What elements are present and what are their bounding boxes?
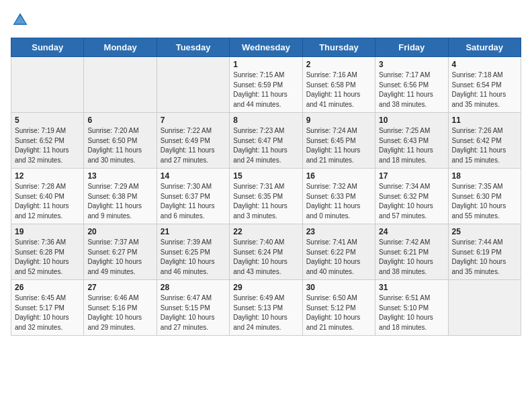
day-number: 25 bbox=[452, 227, 517, 236]
calendar-cell: 8Sunrise: 7:23 AM Sunset: 6:47 PM Daylig… bbox=[230, 113, 302, 169]
calendar-cell: 12Sunrise: 7:28 AM Sunset: 6:40 PM Dayli… bbox=[11, 169, 84, 224]
day-number: 13 bbox=[87, 171, 152, 181]
calendar-cell: 5Sunrise: 7:19 AM Sunset: 6:52 PM Daylig… bbox=[11, 113, 84, 169]
day-header-monday: Monday bbox=[84, 38, 157, 57]
day-number: 20 bbox=[87, 227, 152, 236]
week-row-3: 12Sunrise: 7:28 AM Sunset: 6:40 PM Dayli… bbox=[11, 169, 521, 224]
day-info: Sunrise: 7:25 AM Sunset: 6:43 PM Dayligh… bbox=[379, 126, 444, 165]
calendar-cell: 18Sunrise: 7:35 AM Sunset: 6:30 PM Dayli… bbox=[448, 169, 521, 224]
day-number: 4 bbox=[452, 60, 517, 69]
day-info: Sunrise: 7:26 AM Sunset: 6:42 PM Dayligh… bbox=[452, 126, 517, 165]
day-info: Sunrise: 7:39 AM Sunset: 6:25 PM Dayligh… bbox=[161, 238, 226, 277]
calendar-cell: 1Sunrise: 7:15 AM Sunset: 6:59 PM Daylig… bbox=[230, 57, 302, 113]
day-number: 23 bbox=[306, 227, 371, 236]
calendar-cell: 31Sunrise: 6:51 AM Sunset: 5:10 PM Dayli… bbox=[375, 280, 448, 336]
day-info: Sunrise: 7:31 AM Sunset: 6:35 PM Dayligh… bbox=[233, 182, 298, 221]
day-header-saturday: Saturday bbox=[448, 38, 521, 57]
day-info: Sunrise: 6:45 AM Sunset: 5:17 PM Dayligh… bbox=[15, 293, 80, 332]
day-info: Sunrise: 7:24 AM Sunset: 6:45 PM Dayligh… bbox=[306, 126, 371, 165]
calendar-cell: 25Sunrise: 7:44 AM Sunset: 6:19 PM Dayli… bbox=[448, 224, 521, 280]
logo-icon bbox=[11, 11, 30, 30]
calendar-cell: 2Sunrise: 7:16 AM Sunset: 6:58 PM Daylig… bbox=[302, 57, 375, 113]
calendar-cell: 30Sunrise: 6:50 AM Sunset: 5:12 PM Dayli… bbox=[302, 280, 375, 336]
day-info: Sunrise: 7:30 AM Sunset: 6:37 PM Dayligh… bbox=[161, 182, 226, 221]
day-number: 3 bbox=[379, 60, 444, 69]
calendar-cell: 7Sunrise: 7:22 AM Sunset: 6:49 PM Daylig… bbox=[157, 113, 229, 169]
day-info: Sunrise: 7:41 AM Sunset: 6:22 PM Dayligh… bbox=[306, 238, 371, 277]
calendar-cell: 6Sunrise: 7:20 AM Sunset: 6:50 PM Daylig… bbox=[84, 113, 157, 169]
calendar-table: SundayMondayTuesdayWednesdayThursdayFrid… bbox=[11, 38, 521, 336]
page-header bbox=[11, 11, 521, 30]
day-info: Sunrise: 6:46 AM Sunset: 5:16 PM Dayligh… bbox=[87, 293, 152, 332]
day-info: Sunrise: 7:22 AM Sunset: 6:49 PM Dayligh… bbox=[161, 126, 226, 165]
day-number: 24 bbox=[379, 227, 444, 236]
day-number: 22 bbox=[233, 227, 298, 236]
day-number: 5 bbox=[15, 116, 80, 125]
day-info: Sunrise: 7:37 AM Sunset: 6:27 PM Dayligh… bbox=[87, 238, 152, 277]
calendar-cell: 21Sunrise: 7:39 AM Sunset: 6:25 PM Dayli… bbox=[157, 224, 229, 280]
day-info: Sunrise: 7:23 AM Sunset: 6:47 PM Dayligh… bbox=[233, 126, 298, 165]
calendar-cell: 20Sunrise: 7:37 AM Sunset: 6:27 PM Dayli… bbox=[84, 224, 157, 280]
day-number: 21 bbox=[161, 227, 226, 236]
calendar-cell: 16Sunrise: 7:32 AM Sunset: 6:33 PM Dayli… bbox=[302, 169, 375, 224]
day-number: 27 bbox=[87, 283, 152, 292]
calendar-cell bbox=[84, 57, 157, 113]
day-info: Sunrise: 7:42 AM Sunset: 6:21 PM Dayligh… bbox=[379, 238, 444, 277]
day-number: 1 bbox=[233, 60, 298, 69]
calendar-cell: 26Sunrise: 6:45 AM Sunset: 5:17 PM Dayli… bbox=[11, 280, 84, 336]
calendar-cell: 27Sunrise: 6:46 AM Sunset: 5:16 PM Dayli… bbox=[84, 280, 157, 336]
day-info: Sunrise: 7:15 AM Sunset: 6:59 PM Dayligh… bbox=[233, 71, 298, 109]
calendar-cell: 23Sunrise: 7:41 AM Sunset: 6:22 PM Dayli… bbox=[302, 224, 375, 280]
day-info: Sunrise: 7:16 AM Sunset: 6:58 PM Dayligh… bbox=[306, 71, 371, 109]
day-header-sunday: Sunday bbox=[11, 38, 84, 57]
calendar-cell: 14Sunrise: 7:30 AM Sunset: 6:37 PM Dayli… bbox=[157, 169, 229, 224]
day-number: 2 bbox=[306, 60, 371, 69]
day-info: Sunrise: 7:44 AM Sunset: 6:19 PM Dayligh… bbox=[452, 238, 517, 277]
calendar-cell: 4Sunrise: 7:18 AM Sunset: 6:54 PM Daylig… bbox=[448, 57, 521, 113]
day-number: 9 bbox=[306, 116, 371, 125]
day-number: 17 bbox=[379, 171, 444, 181]
day-info: Sunrise: 7:32 AM Sunset: 6:33 PM Dayligh… bbox=[306, 182, 371, 221]
calendar-cell: 13Sunrise: 7:29 AM Sunset: 6:38 PM Dayli… bbox=[84, 169, 157, 224]
calendar-cell: 29Sunrise: 6:49 AM Sunset: 5:13 PM Dayli… bbox=[230, 280, 302, 336]
calendar-header-row: SundayMondayTuesdayWednesdayThursdayFrid… bbox=[11, 38, 521, 57]
day-info: Sunrise: 6:51 AM Sunset: 5:10 PM Dayligh… bbox=[379, 293, 444, 332]
day-number: 12 bbox=[15, 171, 80, 181]
calendar-cell: 28Sunrise: 6:47 AM Sunset: 5:15 PM Dayli… bbox=[157, 280, 229, 336]
day-info: Sunrise: 6:50 AM Sunset: 5:12 PM Dayligh… bbox=[306, 293, 371, 332]
day-number: 16 bbox=[306, 171, 371, 181]
day-header-thursday: Thursday bbox=[302, 38, 375, 57]
calendar-cell: 17Sunrise: 7:34 AM Sunset: 6:32 PM Dayli… bbox=[375, 169, 448, 224]
day-number: 11 bbox=[452, 116, 517, 125]
day-number: 14 bbox=[161, 171, 226, 181]
day-info: Sunrise: 7:19 AM Sunset: 6:52 PM Dayligh… bbox=[15, 126, 80, 165]
day-number: 10 bbox=[379, 116, 444, 125]
day-info: Sunrise: 7:36 AM Sunset: 6:28 PM Dayligh… bbox=[15, 238, 80, 277]
day-number: 31 bbox=[379, 283, 444, 292]
calendar-cell: 22Sunrise: 7:40 AM Sunset: 6:24 PM Dayli… bbox=[230, 224, 302, 280]
day-info: Sunrise: 6:47 AM Sunset: 5:15 PM Dayligh… bbox=[161, 293, 226, 332]
day-info: Sunrise: 6:49 AM Sunset: 5:13 PM Dayligh… bbox=[233, 293, 298, 332]
day-info: Sunrise: 7:20 AM Sunset: 6:50 PM Dayligh… bbox=[87, 126, 152, 165]
day-number: 28 bbox=[161, 283, 226, 292]
day-header-tuesday: Tuesday bbox=[157, 38, 229, 57]
day-number: 7 bbox=[161, 116, 226, 125]
calendar-cell: 15Sunrise: 7:31 AM Sunset: 6:35 PM Dayli… bbox=[230, 169, 302, 224]
day-info: Sunrise: 7:29 AM Sunset: 6:38 PM Dayligh… bbox=[87, 182, 152, 221]
day-info: Sunrise: 7:35 AM Sunset: 6:30 PM Dayligh… bbox=[452, 182, 517, 221]
day-info: Sunrise: 7:18 AM Sunset: 6:54 PM Dayligh… bbox=[452, 71, 517, 109]
day-number: 26 bbox=[15, 283, 80, 292]
day-info: Sunrise: 7:40 AM Sunset: 6:24 PM Dayligh… bbox=[233, 238, 298, 277]
calendar-cell bbox=[448, 280, 521, 336]
calendar-cell bbox=[157, 57, 229, 113]
day-number: 8 bbox=[233, 116, 298, 125]
calendar-cell: 19Sunrise: 7:36 AM Sunset: 6:28 PM Dayli… bbox=[11, 224, 84, 280]
day-info: Sunrise: 7:28 AM Sunset: 6:40 PM Dayligh… bbox=[15, 182, 80, 221]
week-row-2: 5Sunrise: 7:19 AM Sunset: 6:52 PM Daylig… bbox=[11, 113, 521, 169]
day-number: 29 bbox=[233, 283, 298, 292]
calendar-cell: 3Sunrise: 7:17 AM Sunset: 6:56 PM Daylig… bbox=[375, 57, 448, 113]
week-row-4: 19Sunrise: 7:36 AM Sunset: 6:28 PM Dayli… bbox=[11, 224, 521, 280]
day-number: 6 bbox=[87, 116, 152, 125]
calendar-cell: 10Sunrise: 7:25 AM Sunset: 6:43 PM Dayli… bbox=[375, 113, 448, 169]
calendar-cell bbox=[11, 57, 84, 113]
